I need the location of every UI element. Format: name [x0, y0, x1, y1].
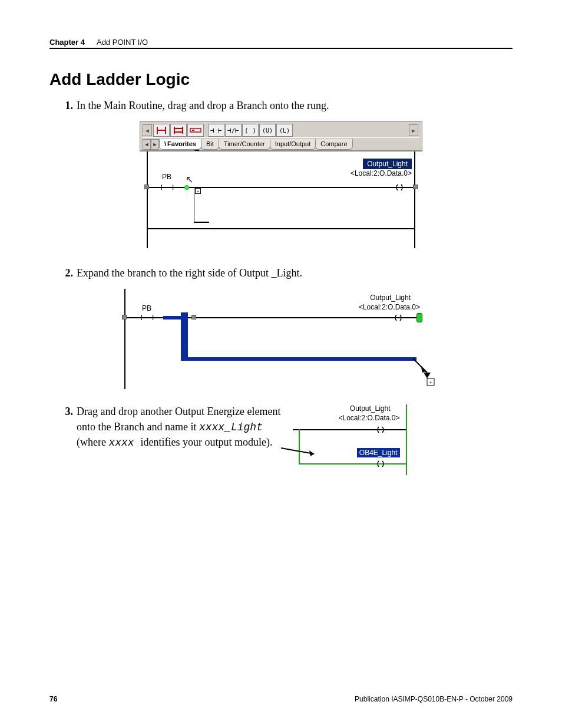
- step-1: 1. In the Main Routine, drag and drop a …: [61, 98, 513, 113]
- drop-target-handle[interactable]: [416, 313, 422, 322]
- tab-scroll-right[interactable]: ►: [151, 139, 159, 150]
- level-icon[interactable]: [187, 124, 204, 137]
- publication-id: Publication IASIMP-QS010B-EN-P - October…: [355, 695, 513, 703]
- svg-text:(L): (L): [279, 127, 290, 134]
- svg-rect-8: [192, 130, 194, 131]
- output-address: <Local:2:O.Data.0>: [338, 414, 399, 422]
- svg-rect-7: [190, 129, 201, 132]
- toolbar-tabs: ◄ ► \Favorites Bit Timer/Counter Input/O…: [143, 137, 419, 150]
- svg-rect-5: [174, 128, 183, 129]
- tab-scroll-left[interactable]: ◄: [143, 139, 151, 150]
- svg-rect-3: [174, 127, 175, 134]
- callout-arrow-icon: [281, 446, 322, 460]
- rung-wire-2: [147, 228, 415, 229]
- branch-top-stub: [163, 316, 188, 319]
- tab-favorites[interactable]: \Favorites: [159, 139, 201, 150]
- page-number: 76: [49, 695, 57, 703]
- rung-handle-left[interactable]: [144, 185, 149, 189]
- left-rail: [124, 289, 125, 389]
- chapter-label: Chapter 4: [49, 38, 85, 47]
- figure-1-toolbar-ladder: ◄ ⊣ ⊢ ⊣/⊢ ( ) (U) (L): [140, 121, 422, 248]
- figure-2-expand-branch: PB ⊣ ⊢ Output_Light <Local:2:O.Data.0> +: [122, 289, 440, 389]
- branch-left-selected[interactable]: [181, 312, 188, 360]
- svg-rect-4: [182, 127, 183, 134]
- output-tag: Output_Light: [370, 294, 411, 302]
- step-number: 2.: [61, 266, 73, 281]
- branch-bottom-selected[interactable]: [181, 357, 416, 361]
- svg-marker-16: [424, 373, 431, 378]
- step-text: In the Main Routine, drag and drop a Bra…: [77, 98, 513, 113]
- right-rail: [414, 151, 415, 248]
- output-tag: Output_Light: [350, 404, 391, 413]
- svg-text:(U): (U): [262, 127, 273, 134]
- ote-coil[interactable]: [394, 183, 405, 192]
- step-text: Expand the branch to the right side of O…: [77, 266, 513, 281]
- step-text: Drag and drop another Output Energize el…: [77, 404, 281, 473]
- rung-wire: [293, 429, 406, 430]
- drag-cursor-icon: +: [413, 358, 437, 388]
- ote-coil-branch[interactable]: [375, 460, 386, 468]
- xio-icon[interactable]: ⊣/⊢: [225, 124, 242, 137]
- chapter-title: Add POINT I/O: [97, 38, 148, 47]
- page-footer: 76 Publication IASIMP-QS010B-EN-P - Octo…: [49, 695, 513, 703]
- left-rail: [147, 151, 148, 248]
- otl-icon[interactable]: (L): [276, 124, 293, 137]
- new-output-tag-selected[interactable]: OB4E_Light: [357, 448, 400, 457]
- tab-compare[interactable]: Compare: [315, 139, 352, 150]
- otu-icon[interactable]: (U): [259, 124, 276, 137]
- svg-line-20: [281, 448, 314, 454]
- svg-text:⊣ ⊢: ⊣ ⊢: [210, 127, 222, 134]
- scroll-right-button[interactable]: ►: [409, 124, 418, 136]
- ote-coil[interactable]: [393, 314, 404, 322]
- svg-rect-2: [157, 130, 166, 131]
- rung-icon[interactable]: [153, 124, 170, 137]
- step-2: 2. Expand the branch to the right side o…: [61, 266, 513, 281]
- instruction-toolbar: ◄ ⊣ ⊢ ⊣/⊢ ( ) (U) (L): [140, 121, 422, 151]
- branch-drag-ghost: [194, 187, 209, 222]
- rung-handle-right[interactable]: [413, 185, 418, 189]
- svg-text:( ): ( ): [244, 127, 256, 134]
- svg-text:+: +: [429, 379, 432, 386]
- section-heading: Add Ladder Logic: [49, 70, 513, 89]
- output-address: <Local:2:O.Data.0>: [351, 169, 412, 177]
- branch-icon[interactable]: [170, 124, 187, 137]
- branch-bottom: [299, 463, 407, 465]
- drop-indicator-icon: [184, 185, 189, 190]
- right-rail: [406, 404, 407, 475]
- output-address: <Local:2:O.Data.0>: [359, 303, 420, 311]
- step-number: 1.: [61, 98, 73, 113]
- branch-handle[interactable]: [191, 315, 196, 319]
- tab-bit[interactable]: Bit: [201, 139, 219, 150]
- ote-icon[interactable]: ( ): [242, 124, 259, 137]
- pb-label: PB: [142, 304, 151, 312]
- xic-icon[interactable]: ⊣ ⊢: [208, 124, 224, 137]
- step-number: 3.: [61, 404, 73, 473]
- pb-label: PB: [162, 173, 171, 181]
- header-rule: [49, 48, 513, 49]
- svg-text:⊣/⊢: ⊣/⊢: [227, 127, 239, 134]
- output-tag-selected[interactable]: Output_Light: [363, 159, 412, 169]
- rung-handle-left[interactable]: [122, 315, 127, 319]
- tab-timer-counter[interactable]: Timer/Counter: [219, 139, 270, 150]
- cursor-icon: ↖: [186, 174, 193, 185]
- svg-rect-6: [174, 131, 183, 133]
- ote-coil-top[interactable]: [375, 426, 386, 434]
- ladder-editor[interactable]: PB ⊣ ⊢ ↖ + Output_Light <Local:2:O.Data.…: [140, 151, 422, 248]
- xic-contact[interactable]: ⊣ ⊢: [137, 312, 157, 322]
- xic-contact[interactable]: ⊣ ⊢: [157, 182, 177, 192]
- page-header: Chapter 4 Add POINT I/O: [49, 38, 513, 47]
- tab-input-output[interactable]: Input/Output: [270, 139, 316, 150]
- step-3: 3. Drag and drop another Output Energize…: [61, 404, 281, 473]
- svg-line-15: [413, 358, 427, 373]
- figure-3-new-output: Output_Light <Local:2:O.Data.0> OB4E_Lig…: [293, 404, 411, 481]
- scroll-left-button[interactable]: ◄: [143, 124, 152, 136]
